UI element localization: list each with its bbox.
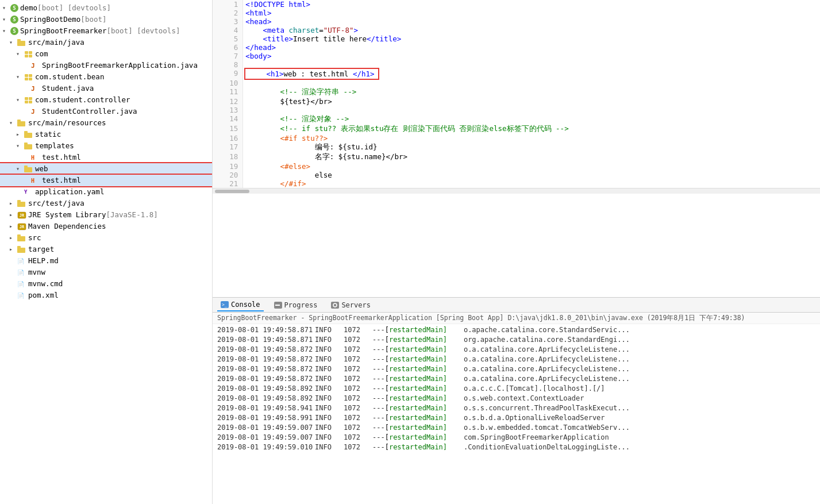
- log-sep: ---: [372, 355, 385, 364]
- log-thread: restartedMain]: [389, 403, 464, 413]
- log-time: 2019-08-01 19:49:58.941: [217, 403, 315, 413]
- tree-item-demo[interactable]: Sdemo [boot] [devtools]: [0, 2, 212, 14]
- tree-item-src-main-java[interactable]: src/main/java: [0, 37, 212, 48]
- svg-rect-10: [17, 202, 25, 207]
- log-sep: ---: [372, 384, 385, 394]
- svg-text:JR: JR: [20, 213, 25, 218]
- package-icon: [24, 74, 33, 81]
- log-line: 2019-08-01 19:49:59.010 INFO 1072 --- [ …: [213, 443, 820, 452]
- log-line: 2019-08-01 19:49:59.007 INFO 1072 --- [ …: [213, 433, 820, 443]
- tree-item-com-student-controller[interactable]: com.student.controller: [0, 94, 212, 106]
- tree-item-src[interactable]: src: [0, 232, 212, 244]
- keyword: <!DOCTYPE html>: [245, 0, 310, 9]
- code-content: <title>Insert title here</title>: [243, 34, 820, 43]
- console-output[interactable]: 2019-08-01 19:49:58.871 INFO 1072 --- [ …: [213, 324, 820, 504]
- tree-item-src-main-resources[interactable]: src/main/resources: [0, 117, 212, 129]
- log-level: INFO: [315, 374, 344, 384]
- code-content: <#if stu??>: [243, 134, 820, 143]
- tree-item-maven-deps[interactable]: JRMaven Dependencies: [0, 221, 212, 232]
- log-pid: 1072: [344, 433, 372, 443]
- svg-rect-11: [17, 200, 21, 202]
- tree-item-target[interactable]: target: [0, 244, 212, 255]
- log-time: 2019-08-01 19:49:58.991: [217, 413, 315, 423]
- tree-item-com[interactable]: com: [0, 48, 212, 60]
- boot-icon: S: [10, 16, 18, 24]
- line-number: 8: [213, 60, 243, 69]
- right-panel: 1<!DOCTYPE html>2<html>3<head>4 <meta ch…: [213, 0, 820, 504]
- code-row: 17 编号: ${stu.id}: [213, 143, 820, 152]
- log-pid: 1072: [344, 423, 372, 433]
- arrow-down: [16, 95, 23, 105]
- log-bracket: [: [385, 443, 389, 452]
- tree-item-jre-system[interactable]: JRJRE System Library [JavaSE-1.8]: [0, 209, 212, 221]
- log-sep: ---: [372, 364, 385, 374]
- tree-item-templates[interactable]: templates: [0, 140, 212, 152]
- tree-item-static[interactable]: static: [0, 129, 212, 140]
- svg-rect-3: [17, 120, 21, 122]
- console-tab-progress[interactable]: Progress: [271, 299, 321, 311]
- log-thread: restartedMain]: [389, 394, 464, 403]
- log-pid: 1072: [344, 443, 372, 452]
- arrow-down: [16, 141, 23, 151]
- log-time: 2019-08-01 19:49:59.007: [217, 433, 315, 443]
- tree-label: demo: [20, 3, 37, 13]
- console-area: >_ConsoleProgressServers SpringBootFreem…: [213, 297, 820, 504]
- log-bracket: [: [385, 423, 389, 433]
- scroll-thumb[interactable]: [215, 190, 249, 193]
- log-pid: 1072: [344, 384, 372, 394]
- tag: </title>: [367, 34, 401, 43]
- yaml-icon: Y: [24, 188, 33, 196]
- tree-label: com.student.controller: [35, 95, 130, 105]
- arrow-down: [16, 49, 23, 59]
- tree-item-springbootfreemarker-app[interactable]: JSpringBootFreemarkerApplication.java: [0, 60, 212, 71]
- tree-item-application-yaml[interactable]: Yapplication.yaml: [0, 186, 212, 198]
- code-content: <!-- 渲染字符串 -->: [243, 87, 820, 97]
- line-number: 17: [213, 143, 243, 152]
- folder-icon: [17, 200, 26, 207]
- file-icon: 📄: [17, 280, 26, 288]
- code-row: 15 <!-- if stu?? 表示如果stu存在 则渲染下面代码 否则渲染e…: [213, 124, 820, 134]
- console-tab-servers[interactable]: Servers: [328, 299, 374, 311]
- line-number: 19: [213, 162, 243, 171]
- tree-item-test-html-2[interactable]: Htest.html: [0, 175, 212, 186]
- arrow-right: [9, 198, 16, 209]
- tree-item-com-student-bean[interactable]: com.student.bean: [0, 71, 212, 83]
- horizontal-scrollbar[interactable]: [213, 188, 820, 194]
- tree-item-springbootfreemarker[interactable]: SSpringBootFreemarker [boot] [devtools]: [0, 25, 212, 37]
- line-number: 21: [213, 179, 243, 188]
- line-number: 15: [213, 124, 243, 134]
- log-time: 2019-08-01 19:49:59.007: [217, 423, 315, 433]
- tab-label: Console: [231, 301, 260, 309]
- console-tab-console[interactable]: >_Console: [217, 299, 264, 311]
- tree-item-springbootdemo[interactable]: SSpringBootDemo [boot]: [0, 14, 212, 25]
- log-pid: 1072: [344, 374, 372, 384]
- tree-label: target: [28, 244, 54, 255]
- attr: charset: [289, 26, 319, 34]
- arrow-right: [16, 129, 23, 140]
- svg-rect-8: [24, 167, 32, 172]
- log-level: INFO: [315, 394, 344, 403]
- log-pid: 1072: [344, 335, 372, 345]
- console-icon: >_: [221, 301, 229, 308]
- code-table: 1<!DOCTYPE html>2<html>3<head>4 <meta ch…: [213, 0, 820, 188]
- tree-item-mvnw-cmd[interactable]: 📄mvnw.cmd: [0, 278, 212, 290]
- tree-item-studentcontroller-java[interactable]: JStudentController.java: [0, 106, 212, 117]
- svg-rect-9: [24, 166, 28, 168]
- code-row: 2<html>: [213, 9, 820, 17]
- tree-item-web[interactable]: web: [0, 163, 212, 175]
- tree-item-help-md[interactable]: 📄HELP.md: [0, 255, 212, 267]
- code-row: 13: [213, 106, 820, 114]
- log-level: INFO: [315, 433, 344, 443]
- tree-item-student-java[interactable]: JStudent.java: [0, 83, 212, 94]
- tree-item-test-html-1[interactable]: Htest.html: [0, 152, 212, 163]
- tree-item-src-test-java[interactable]: src/test/java: [0, 198, 212, 209]
- tree-item-mvnw[interactable]: 📄mvnw: [0, 267, 212, 278]
- highlighted-line: <h1>web : test.html </h1>: [245, 69, 378, 79]
- folder-icon: [24, 131, 33, 138]
- log-thread: restartedMain]: [389, 423, 464, 433]
- log-line: 2019-08-01 19:49:58.871 INFO 1072 --- [ …: [213, 335, 820, 345]
- log-class: com.SpringBootFreemarkerApplication: [464, 433, 609, 443]
- tree-label: static: [35, 129, 61, 140]
- tree-label: src/main/resources: [28, 118, 106, 128]
- tree-item-pom-xml[interactable]: 📄pom.xml: [0, 290, 212, 301]
